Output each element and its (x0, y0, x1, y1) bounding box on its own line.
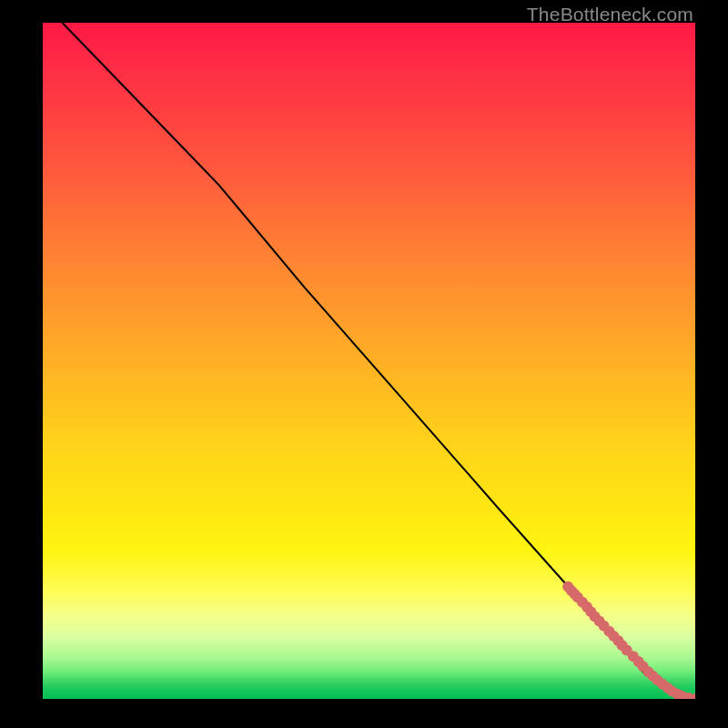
bottleneck-curve (63, 23, 696, 699)
data-points (562, 581, 695, 699)
chart-frame: TheBottleneck.com (0, 0, 728, 728)
chart-svg (43, 23, 695, 699)
plot-area (43, 23, 695, 699)
